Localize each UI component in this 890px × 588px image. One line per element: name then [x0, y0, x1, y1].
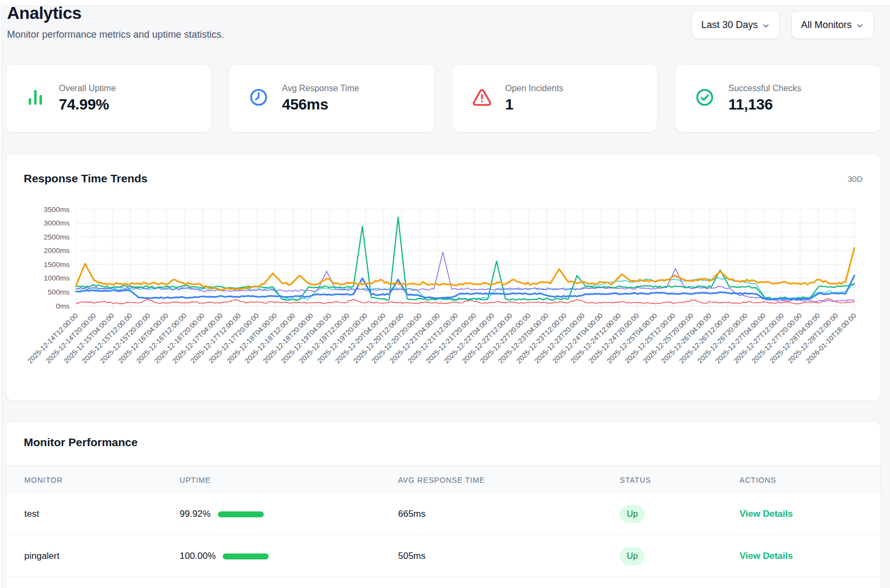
top-bar-edge	[0, 0, 890, 6]
view-details-link: View Details	[740, 535, 793, 577]
column-header-monitor: Monitor	[24, 466, 63, 494]
stat-value: 11,136	[728, 96, 801, 113]
filter-bar: Last 30 Days All Monitors	[692, 11, 874, 39]
clock-icon	[249, 87, 269, 110]
svg-text:0ms: 0ms	[56, 302, 70, 310]
view-details-link: View Details	[740, 493, 793, 535]
monitor-filter-select[interactable]: All Monitors	[791, 11, 874, 39]
monitor-name: test	[24, 493, 39, 535]
monitor-name: pingalert	[24, 535, 59, 577]
page-subtitle: Monitor performance metrics and uptime s…	[7, 29, 224, 40]
uptime-cell: 99.92%	[180, 493, 264, 535]
time-range-select[interactable]: Last 30 Days	[692, 11, 780, 39]
svg-text:1500ms: 1500ms	[44, 261, 70, 269]
table-header-row: MonitorUptimeAvg Response TimeStatusActi…	[6, 466, 880, 493]
stat-cards: Overall Uptime74.99%Avg Response Time456…	[5, 64, 881, 133]
svg-text:2500ms: 2500ms	[44, 233, 70, 241]
column-header-avg-response-time: Avg Response Time	[398, 466, 485, 494]
table-row-test: test99.92%665msUpView Details	[6, 493, 880, 535]
svg-text:3000ms: 3000ms	[44, 219, 70, 227]
monitor-performance-card: Monitor Performance MonitorUptimeAvg Res…	[5, 421, 881, 588]
page-title: Analytics	[7, 3, 81, 23]
stat-card-avg-response-time: Avg Response Time456ms	[229, 64, 435, 133]
column-header-uptime: Uptime	[180, 466, 211, 494]
chart-line-green-series	[76, 217, 854, 300]
status-cell: Up	[620, 535, 645, 577]
svg-text:1000ms: 1000ms	[44, 274, 70, 282]
uptime-cell: 100.00%	[180, 535, 269, 577]
table-row-pingalert: pingalert100.00%505msUpView Details	[6, 535, 880, 577]
avg-response-cell: 665ms	[398, 493, 426, 535]
stat-label: Avg Response Time	[282, 84, 359, 93]
column-header-actions: Actions	[740, 466, 776, 494]
status-cell: Up	[620, 493, 645, 535]
chart-line-orange-series	[76, 248, 854, 290]
svg-text:3500ms: 3500ms	[44, 206, 70, 214]
response-time-trends-card: 0ms500ms1000ms1500ms2000ms2500ms3000ms35…	[5, 154, 881, 401]
monitor-filter-value: All Monitors	[801, 19, 852, 31]
stat-label: Open Incidents	[505, 84, 564, 93]
column-header-status: Status	[620, 466, 651, 494]
avg-response-cell: 505ms	[398, 535, 426, 577]
uptime-progress-bar	[223, 553, 269, 559]
response-time-chart: 0ms500ms1000ms1500ms2000ms2500ms3000ms35…	[6, 154, 880, 400]
stat-value: 456ms	[282, 96, 359, 113]
sidebar-edge	[0, 0, 2, 588]
check-circle-icon	[695, 87, 715, 110]
status-badge: Up	[620, 547, 645, 565]
stat-value: 1	[505, 96, 564, 113]
chevron-down-icon	[762, 22, 770, 30]
stat-card-successful-checks: Successful Checks11,136	[675, 64, 881, 133]
status-badge: Up	[620, 505, 645, 523]
uptime-progress-bar	[218, 511, 264, 517]
table-body: test99.92%665msUpView Detailspingalert10…	[6, 493, 880, 577]
chart-range-badge: 30D	[847, 174, 862, 183]
chart-title: Response Time Trends	[24, 172, 148, 185]
stat-card-overall-uptime: Overall Uptime74.99%	[5, 64, 211, 133]
alert-triangle-icon	[472, 87, 492, 110]
bar-chart-icon	[25, 87, 45, 110]
svg-text:2000ms: 2000ms	[44, 247, 70, 255]
stat-label: Overall Uptime	[59, 84, 116, 93]
stat-card-open-incidents: Open Incidents1	[452, 64, 658, 133]
svg-text:500ms: 500ms	[47, 288, 70, 296]
stat-value: 74.99%	[59, 96, 116, 113]
uptime-value: 99.92%	[180, 509, 211, 519]
time-range-value: Last 30 Days	[701, 19, 758, 31]
chevron-down-icon	[855, 22, 864, 30]
stat-label: Successful Checks	[728, 84, 801, 93]
table-title: Monitor Performance	[24, 436, 138, 449]
uptime-value: 100.00%	[180, 551, 216, 562]
